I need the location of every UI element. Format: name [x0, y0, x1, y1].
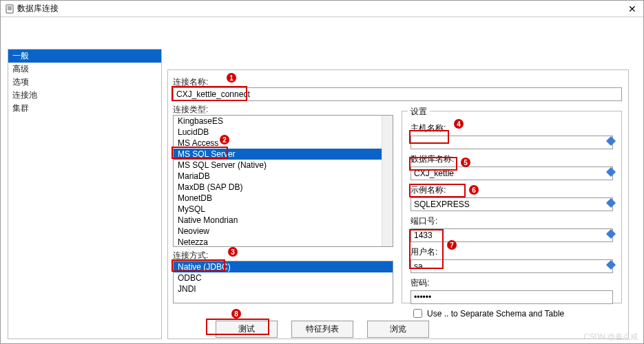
list-item[interactable]: MS SQL Server (Native): [174, 160, 393, 171]
sidebar-item-cluster[interactable]: 集群: [8, 102, 161, 115]
settings-group: 设置 主机名称: 数据库名称: 示例名称: 端口号: 用户名: 密码:: [402, 111, 622, 303]
db-label: 数据库名称:: [411, 153, 613, 165]
watermark: CSDN @差点咸: [584, 332, 638, 342]
list-item[interactable]: Native Mondrian: [174, 215, 393, 226]
close-button[interactable]: ✕: [625, 3, 639, 14]
conn-type-label: 连接类型:: [173, 104, 208, 116]
instance-input[interactable]: [411, 197, 613, 211]
db-input[interactable]: [411, 166, 613, 180]
sidebar-item-pool[interactable]: 连接池: [8, 89, 161, 102]
list-item-selected[interactable]: Native (JDBC): [174, 261, 393, 272]
list-item[interactable]: JNDI: [174, 283, 393, 294]
sidebar-item-advanced[interactable]: 高级: [8, 63, 161, 76]
titlebar: 数据库连接 ✕: [1, 1, 643, 17]
list-item[interactable]: MySQL: [174, 204, 393, 215]
list-item[interactable]: MaxDB (SAP DB): [174, 182, 393, 193]
test-button[interactable]: 测试: [216, 321, 278, 338]
scrollbar[interactable]: [382, 116, 393, 246]
list-item[interactable]: MariaDB: [174, 171, 393, 182]
pass-input[interactable]: [411, 290, 613, 304]
list-item-selected[interactable]: MS SQL Server: [174, 149, 393, 160]
schema-checkbox[interactable]: [413, 309, 422, 318]
conn-name-label: 连接名称:: [173, 76, 208, 88]
svg-rect-0: [6, 5, 13, 13]
browse-button[interactable]: 浏览: [367, 321, 429, 338]
list-item[interactable]: Netezza: [174, 237, 393, 247]
button-bar: 测试 特征列表 浏览: [1, 321, 643, 338]
host-input[interactable]: [411, 136, 613, 149]
sidebar: 一般 高级 选项 连接池 集群: [8, 49, 162, 339]
port-input[interactable]: [411, 228, 613, 242]
list-item[interactable]: KingbaseES: [174, 116, 393, 127]
instance-label: 示例名称:: [411, 184, 613, 196]
conn-type-list[interactable]: KingbaseES LucidDB MS Access MS SQL Serv…: [173, 115, 393, 247]
user-label: 用户名:: [411, 246, 613, 258]
sidebar-item-general[interactable]: 一般: [8, 50, 161, 63]
conn-method-label: 连接方式:: [173, 250, 208, 261]
pass-label: 密码:: [411, 277, 613, 289]
list-item[interactable]: MonetDB: [174, 193, 393, 204]
conn-name-input[interactable]: [173, 87, 622, 101]
port-label: 端口号:: [411, 215, 613, 227]
window-title: 数据库连接: [17, 3, 59, 14]
sidebar-item-options[interactable]: 选项: [8, 76, 161, 89]
feature-button[interactable]: 特征列表: [291, 321, 353, 338]
conn-method-list[interactable]: Native (JDBC) ODBC JNDI: [173, 261, 393, 303]
schema-checkbox-label: Use .. to Separate Schema and Table: [427, 309, 564, 319]
list-item[interactable]: Neoview: [174, 226, 393, 237]
app-icon: [5, 4, 14, 14]
list-item[interactable]: MS Access: [174, 138, 393, 149]
settings-legend: 设置: [408, 106, 430, 118]
list-item[interactable]: LucidDB: [174, 127, 393, 138]
list-item[interactable]: ODBC: [174, 272, 393, 283]
user-input[interactable]: [411, 259, 613, 273]
host-label: 主机名称:: [411, 122, 613, 134]
